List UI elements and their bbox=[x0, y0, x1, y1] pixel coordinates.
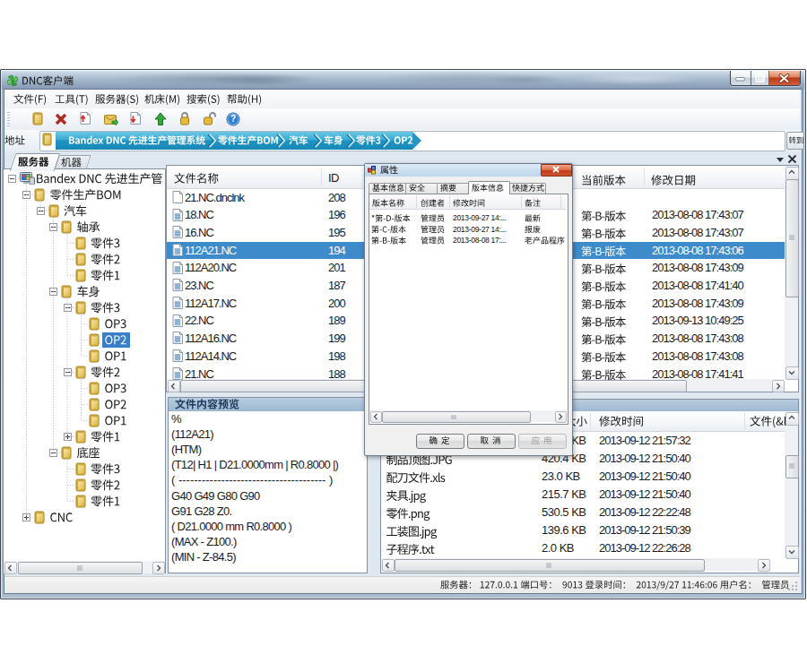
svg-text:?: ? bbox=[230, 114, 236, 124]
